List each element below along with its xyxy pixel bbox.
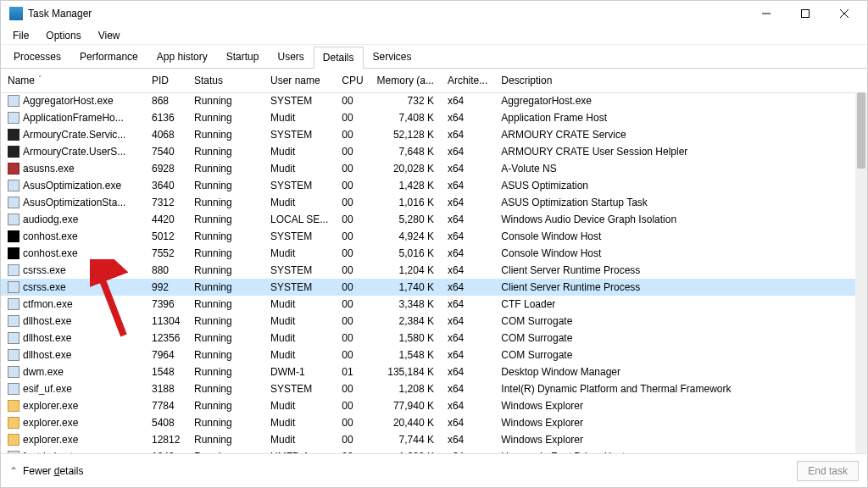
column-header-mem[interactable]: Memory (a... [370,69,441,92]
minimize-button[interactable] [747,1,786,26]
column-header-arch[interactable]: Archite... [441,69,494,92]
table-row[interactable]: audiodg.exe4420RunningLOCAL SE...005,280… [1,211,867,228]
details-grid[interactable]: Name˄PIDStatusUser nameCPUMemory (a...Ar… [1,69,867,453]
tab-details[interactable]: Details [314,47,364,69]
table-row[interactable]: fontdrvhost.exe1240RunningUMFD-1001,620 … [1,448,867,453]
process-icon [8,400,19,412]
table-row[interactable]: csrss.exe880RunningSYSTEM001,204 Kx64Cli… [1,262,867,279]
tab-performance[interactable]: Performance [70,46,147,68]
table-row[interactable]: dllhost.exe11304RunningMudit002,384 Kx64… [1,313,867,330]
process-icon [8,180,19,191]
table-row[interactable]: ctfmon.exe7396RunningMudit003,348 Kx64CT… [1,296,867,313]
column-header-cpu[interactable]: CPU [335,69,370,92]
table-row[interactable]: ArmouryCrate.UserS...7540RunningMudit007… [1,143,867,160]
column-header-row[interactable]: Name˄PIDStatusUser nameCPUMemory (a...Ar… [1,69,867,92]
table-row[interactable]: AsusOptimizationSta...7312RunningMudit00… [1,194,867,211]
cell-cpu: 00 [335,194,370,211]
table-row[interactable]: explorer.exe5408RunningMudit0020,440 Kx6… [1,414,867,431]
maximize-button[interactable] [786,1,825,26]
cell-arch: x64 [441,177,494,194]
cell-cpu: 00 [335,92,370,109]
titlebar[interactable]: Task Manager [1,1,867,26]
tab-startup[interactable]: Startup [217,46,269,68]
table-row[interactable]: ApplicationFrameHo...6136RunningMudit007… [1,109,867,126]
table-row[interactable]: AggregatorHost.exe868RunningSYSTEM00732 … [1,92,867,109]
column-header-name[interactable]: Name˄ [1,69,145,92]
table-row[interactable]: esif_uf.exe3188RunningSYSTEM001,208 Kx64… [1,380,867,397]
cell-user: DWM-1 [264,363,335,380]
column-header-status[interactable]: Status [187,69,264,92]
cell-status: Running [187,109,264,126]
cell-pid: 992 [145,279,187,296]
cell-mem: 7,744 K [370,431,441,448]
cell-pid: 7964 [145,347,187,363]
table-row[interactable]: explorer.exe7784RunningMudit0077,940 Kx6… [1,397,867,414]
cell-name: ArmouryCrate.UserS... [1,143,145,160]
cell-pid: 3188 [145,380,187,397]
cell-status: Running [187,194,264,211]
tab-app-history[interactable]: App history [147,46,217,68]
cell-arch: x64 [441,313,494,330]
table-row[interactable]: dllhost.exe12356RunningMudit001,580 Kx64… [1,330,867,347]
cell-pid: 5408 [145,414,187,431]
cell-arch: x64 [441,431,494,448]
table-row[interactable]: asusns.exe6928RunningMudit0020,028 Kx64A… [1,160,867,177]
menu-options[interactable]: Options [37,28,89,43]
cell-arch: x64 [441,143,494,160]
cell-status: Running [187,177,264,194]
cell-mem: 1,208 K [370,380,441,397]
table-row[interactable]: ArmouryCrate.Servic...4068RunningSYSTEM0… [1,126,867,143]
tab-services[interactable]: Services [364,46,421,68]
cell-name: AsusOptimization.exe [1,177,145,194]
table-row[interactable]: explorer.exe12812RunningMudit007,744 Kx6… [1,431,867,448]
tab-processes[interactable]: Processes [4,46,70,68]
cell-name: esif_uf.exe [1,380,145,397]
cell-cpu: 01 [335,363,370,380]
scrollbar-thumb[interactable] [857,92,865,169]
cell-desc: ARMOURY CRATE User Session Helpler [494,143,867,160]
cell-pid: 7540 [145,143,187,160]
cell-cpu: 00 [335,126,370,143]
column-header-user[interactable]: User name [264,69,335,92]
cell-arch: x64 [441,126,494,143]
column-header-pid[interactable]: PID [145,69,187,92]
table-row[interactable]: dllhost.exe7964RunningMudit001,548 Kx64C… [1,347,867,363]
cell-arch: x64 [441,397,494,414]
cell-name: ArmouryCrate.Servic... [1,126,145,143]
cell-desc: Console Window Host [494,245,867,262]
process-icon [8,451,19,453]
cell-arch: x64 [441,279,494,296]
vertical-scrollbar[interactable] [855,92,867,453]
menu-file[interactable]: File [4,28,37,43]
column-header-desc[interactable]: Description [494,69,867,92]
cell-pid: 5012 [145,228,187,245]
cell-user: Mudit [264,431,335,448]
cell-name: csrss.exe [1,262,145,279]
cell-status: Running [187,347,264,363]
cell-user: LOCAL SE... [264,211,335,228]
fewer-details-toggle[interactable]: ⌃ Fewer details [9,465,83,477]
cell-arch: x64 [441,330,494,347]
cell-mem: 52,128 K [370,126,441,143]
cell-name: AsusOptimizationSta... [1,194,145,211]
cell-arch: x64 [441,160,494,177]
cell-desc: Application Frame Host [494,109,867,126]
end-task-button[interactable]: End task [797,461,859,481]
cell-cpu: 00 [335,330,370,347]
cell-cpu: 00 [335,448,370,453]
cell-status: Running [187,245,264,262]
close-button[interactable] [825,1,864,26]
table-row[interactable]: conhost.exe5012RunningSYSTEM004,924 Kx64… [1,228,867,245]
table-row[interactable]: dwm.exe1548RunningDWM-101135,184 Kx64Des… [1,363,867,380]
cell-cpu: 00 [335,143,370,160]
table-row[interactable]: AsusOptimization.exe3640RunningSYSTEM001… [1,177,867,194]
cell-mem: 77,940 K [370,397,441,414]
menu-view[interactable]: View [90,28,129,43]
table-row[interactable]: conhost.exe7552RunningMudit005,016 Kx64C… [1,245,867,262]
tab-users[interactable]: Users [268,46,313,68]
cell-mem: 20,028 K [370,160,441,177]
cell-desc: COM Surrogate [494,347,867,363]
cell-user: SYSTEM [264,177,335,194]
table-row[interactable]: csrss.exe992RunningSYSTEM001,740 Kx64Cli… [1,279,867,296]
cell-mem: 4,924 K [370,228,441,245]
